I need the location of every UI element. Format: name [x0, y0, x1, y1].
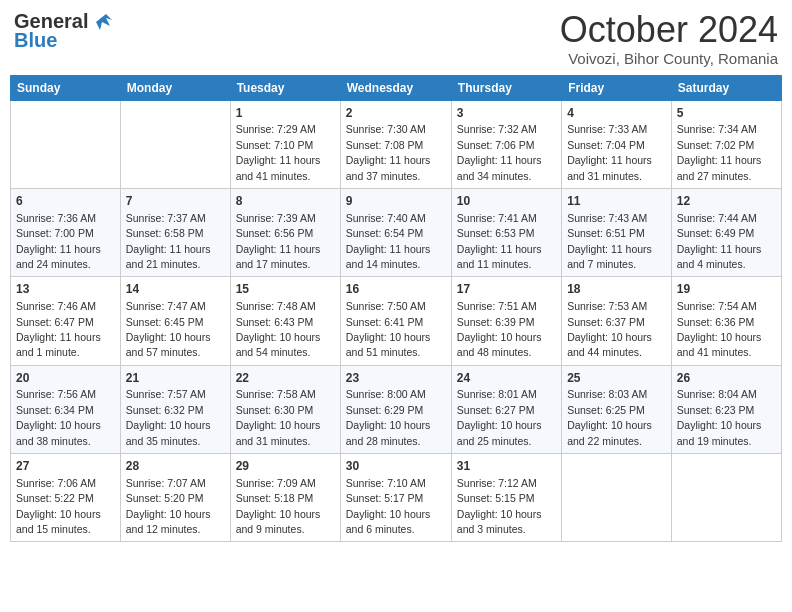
day-number: 8	[236, 193, 335, 210]
day-info: Sunrise: 7:41 AMSunset: 6:53 PMDaylight:…	[457, 212, 542, 270]
day-number: 29	[236, 458, 335, 475]
calendar-day-cell: 21Sunrise: 7:57 AMSunset: 6:32 PMDayligh…	[120, 365, 230, 453]
calendar-day-cell: 23Sunrise: 8:00 AMSunset: 6:29 PMDayligh…	[340, 365, 451, 453]
day-info: Sunrise: 8:01 AMSunset: 6:27 PMDaylight:…	[457, 388, 542, 446]
day-info: Sunrise: 7:46 AMSunset: 6:47 PMDaylight:…	[16, 300, 101, 358]
calendar-day-cell: 19Sunrise: 7:54 AMSunset: 6:36 PMDayligh…	[671, 277, 781, 365]
header-thursday: Thursday	[451, 75, 561, 100]
day-info: Sunrise: 8:04 AMSunset: 6:23 PMDaylight:…	[677, 388, 762, 446]
day-number: 9	[346, 193, 446, 210]
day-info: Sunrise: 7:40 AMSunset: 6:54 PMDaylight:…	[346, 212, 431, 270]
day-number: 2	[346, 105, 446, 122]
day-number: 21	[126, 370, 225, 387]
calendar-day-cell: 20Sunrise: 7:56 AMSunset: 6:34 PMDayligh…	[11, 365, 121, 453]
day-number: 3	[457, 105, 556, 122]
calendar-week-row: 27Sunrise: 7:06 AMSunset: 5:22 PMDayligh…	[11, 454, 782, 542]
calendar-body: 1Sunrise: 7:29 AMSunset: 7:10 PMDaylight…	[11, 100, 782, 542]
day-info: Sunrise: 7:39 AMSunset: 6:56 PMDaylight:…	[236, 212, 321, 270]
calendar-day-cell: 9Sunrise: 7:40 AMSunset: 6:54 PMDaylight…	[340, 188, 451, 276]
title-block: October 2024 Voivozi, Bihor County, Roma…	[560, 10, 778, 67]
calendar-week-row: 13Sunrise: 7:46 AMSunset: 6:47 PMDayligh…	[11, 277, 782, 365]
calendar-day-cell: 12Sunrise: 7:44 AMSunset: 6:49 PMDayligh…	[671, 188, 781, 276]
calendar-day-cell: 22Sunrise: 7:58 AMSunset: 6:30 PMDayligh…	[230, 365, 340, 453]
day-info: Sunrise: 7:47 AMSunset: 6:45 PMDaylight:…	[126, 300, 211, 358]
calendar-week-row: 1Sunrise: 7:29 AMSunset: 7:10 PMDaylight…	[11, 100, 782, 188]
calendar-day-cell: 8Sunrise: 7:39 AMSunset: 6:56 PMDaylight…	[230, 188, 340, 276]
calendar-day-cell: 29Sunrise: 7:09 AMSunset: 5:18 PMDayligh…	[230, 454, 340, 542]
calendar-table: Sunday Monday Tuesday Wednesday Thursday…	[10, 75, 782, 543]
day-info: Sunrise: 7:07 AMSunset: 5:20 PMDaylight:…	[126, 477, 211, 535]
day-number: 11	[567, 193, 666, 210]
calendar-day-cell: 6Sunrise: 7:36 AMSunset: 7:00 PMDaylight…	[11, 188, 121, 276]
calendar-day-cell: 16Sunrise: 7:50 AMSunset: 6:41 PMDayligh…	[340, 277, 451, 365]
day-number: 26	[677, 370, 776, 387]
day-number: 19	[677, 281, 776, 298]
day-number: 7	[126, 193, 225, 210]
logo-blue-text: Blue	[14, 29, 57, 52]
calendar-day-cell	[562, 454, 672, 542]
calendar-day-cell: 1Sunrise: 7:29 AMSunset: 7:10 PMDaylight…	[230, 100, 340, 188]
calendar-day-cell: 5Sunrise: 7:34 AMSunset: 7:02 PMDaylight…	[671, 100, 781, 188]
calendar-day-cell	[120, 100, 230, 188]
calendar-day-cell: 31Sunrise: 7:12 AMSunset: 5:15 PMDayligh…	[451, 454, 561, 542]
day-info: Sunrise: 7:54 AMSunset: 6:36 PMDaylight:…	[677, 300, 762, 358]
calendar-day-cell: 25Sunrise: 8:03 AMSunset: 6:25 PMDayligh…	[562, 365, 672, 453]
calendar-day-cell: 28Sunrise: 7:07 AMSunset: 5:20 PMDayligh…	[120, 454, 230, 542]
day-number: 25	[567, 370, 666, 387]
day-info: Sunrise: 7:33 AMSunset: 7:04 PMDaylight:…	[567, 123, 652, 181]
calendar-day-cell: 10Sunrise: 7:41 AMSunset: 6:53 PMDayligh…	[451, 188, 561, 276]
calendar-day-cell: 4Sunrise: 7:33 AMSunset: 7:04 PMDaylight…	[562, 100, 672, 188]
calendar-title: October 2024	[560, 10, 778, 50]
header-friday: Friday	[562, 75, 672, 100]
day-number: 27	[16, 458, 115, 475]
day-info: Sunrise: 8:03 AMSunset: 6:25 PMDaylight:…	[567, 388, 652, 446]
day-info: Sunrise: 7:57 AMSunset: 6:32 PMDaylight:…	[126, 388, 211, 446]
calendar-day-cell	[11, 100, 121, 188]
day-info: Sunrise: 7:43 AMSunset: 6:51 PMDaylight:…	[567, 212, 652, 270]
day-number: 17	[457, 281, 556, 298]
calendar-day-cell: 17Sunrise: 7:51 AMSunset: 6:39 PMDayligh…	[451, 277, 561, 365]
day-number: 18	[567, 281, 666, 298]
day-number: 23	[346, 370, 446, 387]
day-info: Sunrise: 7:48 AMSunset: 6:43 PMDaylight:…	[236, 300, 321, 358]
day-info: Sunrise: 7:37 AMSunset: 6:58 PMDaylight:…	[126, 212, 211, 270]
day-number: 20	[16, 370, 115, 387]
day-number: 30	[346, 458, 446, 475]
day-info: Sunrise: 7:44 AMSunset: 6:49 PMDaylight:…	[677, 212, 762, 270]
calendar-day-cell: 18Sunrise: 7:53 AMSunset: 6:37 PMDayligh…	[562, 277, 672, 365]
calendar-day-cell: 14Sunrise: 7:47 AMSunset: 6:45 PMDayligh…	[120, 277, 230, 365]
day-info: Sunrise: 7:29 AMSunset: 7:10 PMDaylight:…	[236, 123, 321, 181]
calendar-day-cell: 15Sunrise: 7:48 AMSunset: 6:43 PMDayligh…	[230, 277, 340, 365]
header-monday: Monday	[120, 75, 230, 100]
day-info: Sunrise: 7:09 AMSunset: 5:18 PMDaylight:…	[236, 477, 321, 535]
calendar-subtitle: Voivozi, Bihor County, Romania	[560, 50, 778, 67]
calendar-header: Sunday Monday Tuesday Wednesday Thursday…	[11, 75, 782, 100]
calendar-day-cell: 2Sunrise: 7:30 AMSunset: 7:08 PMDaylight…	[340, 100, 451, 188]
calendar-week-row: 20Sunrise: 7:56 AMSunset: 6:34 PMDayligh…	[11, 365, 782, 453]
weekday-header-row: Sunday Monday Tuesday Wednesday Thursday…	[11, 75, 782, 100]
day-number: 10	[457, 193, 556, 210]
day-info: Sunrise: 7:34 AMSunset: 7:02 PMDaylight:…	[677, 123, 762, 181]
day-info: Sunrise: 7:06 AMSunset: 5:22 PMDaylight:…	[16, 477, 101, 535]
calendar-day-cell: 27Sunrise: 7:06 AMSunset: 5:22 PMDayligh…	[11, 454, 121, 542]
day-number: 13	[16, 281, 115, 298]
day-info: Sunrise: 8:00 AMSunset: 6:29 PMDaylight:…	[346, 388, 431, 446]
day-number: 22	[236, 370, 335, 387]
calendar-day-cell: 30Sunrise: 7:10 AMSunset: 5:17 PMDayligh…	[340, 454, 451, 542]
day-number: 12	[677, 193, 776, 210]
day-number: 1	[236, 105, 335, 122]
day-info: Sunrise: 7:50 AMSunset: 6:41 PMDaylight:…	[346, 300, 431, 358]
calendar-day-cell: 24Sunrise: 8:01 AMSunset: 6:27 PMDayligh…	[451, 365, 561, 453]
day-info: Sunrise: 7:56 AMSunset: 6:34 PMDaylight:…	[16, 388, 101, 446]
day-info: Sunrise: 7:32 AMSunset: 7:06 PMDaylight:…	[457, 123, 542, 181]
calendar-day-cell: 7Sunrise: 7:37 AMSunset: 6:58 PMDaylight…	[120, 188, 230, 276]
calendar-day-cell	[671, 454, 781, 542]
page-header: General Blue October 2024 Voivozi, Bihor…	[10, 10, 782, 67]
day-number: 31	[457, 458, 556, 475]
calendar-day-cell: 26Sunrise: 8:04 AMSunset: 6:23 PMDayligh…	[671, 365, 781, 453]
day-number: 5	[677, 105, 776, 122]
day-number: 4	[567, 105, 666, 122]
logo-bird-icon	[92, 12, 114, 32]
calendar-week-row: 6Sunrise: 7:36 AMSunset: 7:00 PMDaylight…	[11, 188, 782, 276]
calendar-day-cell: 11Sunrise: 7:43 AMSunset: 6:51 PMDayligh…	[562, 188, 672, 276]
